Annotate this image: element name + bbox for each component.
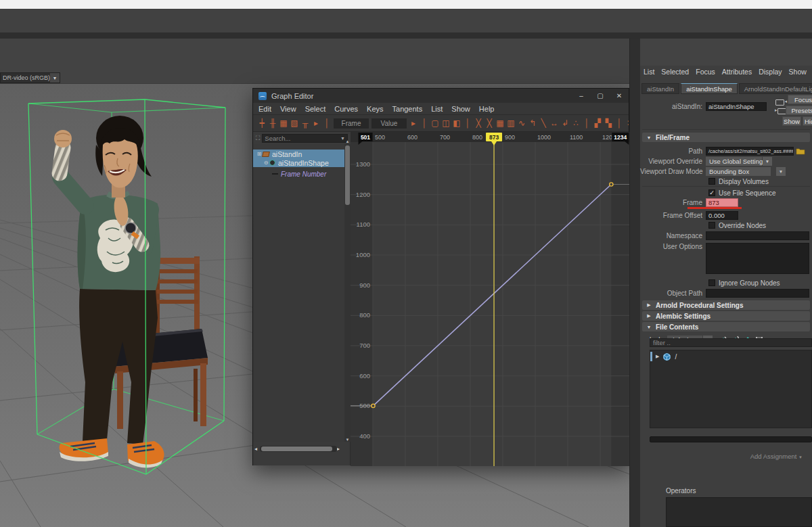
close-button[interactable]: ✕ bbox=[610, 89, 629, 103]
toolbar-icon[interactable]: ▥ bbox=[505, 118, 516, 128]
maximize-button[interactable]: ▢ bbox=[591, 89, 610, 103]
override-nodes-checkbox[interactable] bbox=[708, 222, 715, 229]
tree-item-root[interactable]: ▶ / bbox=[650, 352, 812, 361]
node-name-field[interactable]: aiStandInShape bbox=[706, 102, 767, 111]
toolbar-icon[interactable]: │ bbox=[419, 118, 430, 128]
menu-item[interactable]: List bbox=[644, 68, 654, 76]
horizontal-scrollbar[interactable]: ◂ ▸ bbox=[254, 444, 342, 453]
toolbar-icon[interactable]: ∴ bbox=[570, 118, 581, 128]
operators-box[interactable] bbox=[666, 497, 812, 527]
scroll-left-icon[interactable]: ◂ bbox=[254, 446, 260, 452]
menu-item[interactable]: Edit bbox=[258, 105, 271, 113]
toolbar-icon[interactable]: ▧ bbox=[289, 118, 300, 128]
display-volumes-checkbox[interactable] bbox=[708, 178, 715, 185]
vertical-scrollbar[interactable]: ▲ ▼ bbox=[344, 144, 351, 442]
toolbar-icon[interactable]: ▦ bbox=[278, 118, 289, 128]
scrollbar-thumb[interactable] bbox=[261, 446, 332, 451]
menu-item[interactable]: Focus bbox=[696, 68, 715, 76]
ignore-group-nodes-checkbox[interactable] bbox=[708, 279, 715, 286]
scrollbar-thumb[interactable] bbox=[345, 145, 350, 205]
toolbar-icon[interactable]: │ bbox=[581, 118, 592, 128]
link-icon[interactable]: ⊖ bbox=[263, 160, 269, 166]
add-assignment-button[interactable]: Add Assignment ▼ bbox=[640, 453, 803, 460]
scroll-right-icon[interactable]: ▸ bbox=[337, 446, 342, 452]
toolbar-icon[interactable]: ╥ bbox=[300, 118, 311, 128]
section-file-frame[interactable]: ▼ File/Frame bbox=[642, 133, 810, 142]
collapse-icon[interactable]: ▼ bbox=[642, 325, 656, 329]
filter-input[interactable]: filter .. bbox=[650, 338, 812, 347]
section-arnold-procedural[interactable]: ▶ Arnold Procedural Settings bbox=[642, 300, 810, 310]
graph-editor-titlebar[interactable]: Graph Editor – ▢ ✕ bbox=[253, 89, 629, 103]
expand-icon[interactable]: ▶ bbox=[656, 354, 659, 359]
toolbar-icon[interactable]: │ bbox=[614, 118, 625, 128]
file-contents-tree[interactable]: ▶ / bbox=[650, 350, 812, 428]
toolbar-icon[interactable]: ╲ bbox=[538, 118, 549, 128]
section-alembic[interactable]: ▶ Alembic Settings bbox=[642, 311, 810, 321]
path-field[interactable]: /cache/ass/sit2/matsu_sit02_ass.####.ass bbox=[706, 147, 794, 156]
user-options-field[interactable] bbox=[706, 243, 809, 274]
scroll-up-icon[interactable]: ▲ bbox=[344, 139, 351, 143]
toolbar-icon[interactable]: ↲ bbox=[560, 118, 570, 128]
toolbar-icon[interactable]: │ bbox=[462, 118, 473, 128]
chevron-down-icon[interactable]: ▼ bbox=[50, 73, 60, 83]
toolbar-icon[interactable]: ▸ bbox=[408, 118, 419, 128]
curve-graph[interactable]: 5006007008009001000110012001300120011001… bbox=[351, 132, 630, 466]
use-file-sequence-checkbox[interactable]: ✓ bbox=[708, 189, 715, 196]
menu-item[interactable]: Show bbox=[451, 105, 470, 113]
menu-item[interactable]: Curves bbox=[334, 105, 358, 113]
tree-item-aistandin[interactable]: ⊞ aiStandIn bbox=[253, 150, 344, 158]
tab-aistandinshape[interactable]: aiStandInShape bbox=[681, 83, 738, 94]
scroll-down-icon[interactable]: ▼ bbox=[344, 438, 351, 442]
presets-button[interactable]: Presets bbox=[786, 106, 812, 115]
toolbar-icon[interactable]: ◧ bbox=[451, 118, 462, 128]
frame-field[interactable]: 873 bbox=[706, 198, 738, 207]
value-stat-button[interactable]: Value bbox=[371, 118, 407, 129]
hide-button[interactable]: Hide bbox=[803, 116, 812, 126]
colorspace-dropdown[interactable]: DR-video (sRGB) ▼ bbox=[0, 72, 60, 83]
viewport-override-dropdown[interactable]: Use Global Settings bbox=[706, 157, 762, 166]
expand-icon[interactable]: ▶ bbox=[642, 313, 656, 319]
toolbar-icon[interactable]: │ bbox=[321, 118, 332, 128]
object-path-field[interactable] bbox=[706, 289, 809, 298]
menu-item[interactable]: Show bbox=[789, 68, 807, 76]
toolbar-icon[interactable]: ▢ bbox=[430, 118, 441, 128]
tab-arnoldstandindefaultlightset[interactable]: ArnoldStandInDefaultLightSet bbox=[739, 83, 812, 94]
toolbar-icon[interactable]: ✕ bbox=[625, 118, 629, 128]
viewport-draw-mode-dropdown[interactable]: Bounding Box bbox=[706, 167, 771, 176]
graph-editor-window[interactable]: Graph Editor – ▢ ✕ EditViewSelectCurvesK… bbox=[252, 88, 629, 465]
frame-stat-button[interactable]: Frame bbox=[334, 118, 369, 129]
chevron-down-icon[interactable]: ▼ bbox=[776, 167, 786, 176]
toolbar-icon[interactable]: ╳ bbox=[473, 118, 484, 128]
minimize-button[interactable]: – bbox=[572, 89, 591, 103]
show-button[interactable]: Show bbox=[782, 116, 801, 126]
menu-item[interactable]: Help bbox=[479, 105, 495, 113]
folder-icon[interactable] bbox=[796, 147, 805, 156]
frame-offset-field[interactable]: 0.000 bbox=[706, 211, 738, 220]
expand-icon[interactable]: ▶ bbox=[642, 302, 656, 308]
menu-item[interactable]: List bbox=[431, 105, 443, 113]
toolbar-icon[interactable]: ▚ bbox=[603, 118, 614, 128]
section-file-contents[interactable]: ▼ File Contents bbox=[642, 322, 810, 331]
toolbar-icon[interactable]: ╫ bbox=[267, 118, 278, 128]
menu-item[interactable]: Selected bbox=[661, 68, 689, 76]
tab-aistandin[interactable]: aiStandIn bbox=[641, 83, 679, 94]
menu-item[interactable]: Tangents bbox=[392, 105, 423, 113]
namespace-field[interactable] bbox=[706, 231, 809, 240]
panel-separator[interactable] bbox=[629, 39, 640, 527]
select-filter-icon[interactable]: ⛶ bbox=[256, 135, 260, 142]
menu-item[interactable]: Select bbox=[305, 105, 326, 113]
menu-item[interactable]: Attributes bbox=[722, 68, 752, 76]
chevron-down-icon[interactable]: ▼ bbox=[763, 157, 772, 166]
focus-button[interactable]: Focus bbox=[788, 95, 812, 104]
tree-item-aistandinshape[interactable]: ⊖ aiStandInShape bbox=[253, 158, 344, 167]
toolbar-icon[interactable]: ▦ bbox=[495, 118, 505, 128]
search-input[interactable]: Search... ▼ bbox=[262, 134, 348, 143]
toolbar-icon[interactable]: ↰ bbox=[527, 118, 538, 128]
pin-in-icon[interactable] bbox=[775, 99, 784, 106]
toolbar-icon[interactable]: ▞ bbox=[592, 118, 603, 128]
collapse-icon[interactable]: ▼ bbox=[642, 135, 656, 140]
toolbar-icon[interactable]: ╳ bbox=[484, 118, 495, 128]
tree-item-frame-number[interactable]: Frame Number bbox=[253, 170, 344, 179]
toolbar-icon[interactable]: ▸ bbox=[311, 118, 321, 128]
menu-item[interactable]: Display bbox=[759, 68, 782, 76]
